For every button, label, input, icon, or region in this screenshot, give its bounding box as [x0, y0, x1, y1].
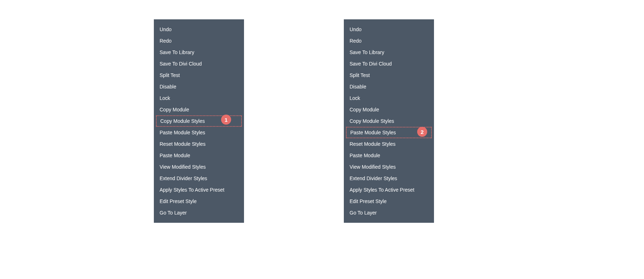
menu-item-lock[interactable]: Lock — [344, 92, 434, 104]
menu-item-paste-module[interactable]: Paste Module — [154, 150, 244, 161]
menu-item-disable[interactable]: Disable — [154, 81, 244, 92]
menu-item-extend-divider-styles[interactable]: Extend Divider Styles — [344, 173, 434, 184]
menu-item-disable[interactable]: Disable — [344, 81, 434, 92]
menu-item-paste-module-styles[interactable]: Paste Module Styles — [154, 127, 244, 138]
menu-item-edit-preset-style[interactable]: Edit Preset Style — [344, 196, 434, 207]
menu-item-go-to-layer[interactable]: Go To Layer — [154, 207, 244, 218]
menu-item-paste-module[interactable]: Paste Module — [344, 150, 434, 161]
menu-item-go-to-layer[interactable]: Go To Layer — [344, 207, 434, 218]
menu-item-copy-module-styles[interactable]: Copy Module Styles — [344, 115, 434, 127]
menu-item-save-to-library[interactable]: Save To Library — [154, 47, 244, 58]
menu-item-extend-divider-styles[interactable]: Extend Divider Styles — [154, 173, 244, 184]
menu-item-redo[interactable]: Redo — [154, 35, 244, 47]
menu-item-copy-module[interactable]: Copy Module — [344, 104, 434, 115]
menu-item-reset-module-styles[interactable]: Reset Module Styles — [154, 138, 244, 150]
menu-item-redo[interactable]: Redo — [344, 35, 434, 47]
menu-item-undo[interactable]: Undo — [154, 24, 244, 35]
menu-item-lock[interactable]: Lock — [154, 92, 244, 104]
menu-item-save-to-divi-cloud[interactable]: Save To Divi Cloud — [154, 58, 244, 69]
menu-item-view-modified-styles[interactable]: View Modified Styles — [154, 161, 244, 173]
menu-item-view-modified-styles[interactable]: View Modified Styles — [344, 161, 434, 173]
menu-item-split-test[interactable]: Split Test — [344, 69, 434, 81]
menu-item-apply-styles-to-active-preset[interactable]: Apply Styles To Active Preset — [344, 184, 434, 196]
menu-item-save-to-library[interactable]: Save To Library — [344, 47, 434, 58]
context-menu-right: Undo Redo Save To Library Save To Divi C… — [344, 19, 434, 223]
menu-item-edit-preset-style[interactable]: Edit Preset Style — [154, 196, 244, 207]
menu-item-reset-module-styles[interactable]: Reset Module Styles — [344, 138, 434, 150]
menu-item-split-test[interactable]: Split Test — [154, 69, 244, 81]
menu-item-undo[interactable]: Undo — [344, 24, 434, 35]
step-badge-1: 1 — [221, 115, 231, 125]
menu-item-apply-styles-to-active-preset[interactable]: Apply Styles To Active Preset — [154, 184, 244, 196]
menu-item-save-to-divi-cloud[interactable]: Save To Divi Cloud — [344, 58, 434, 69]
menu-item-copy-module[interactable]: Copy Module — [154, 104, 244, 115]
step-badge-2: 2 — [417, 127, 427, 137]
